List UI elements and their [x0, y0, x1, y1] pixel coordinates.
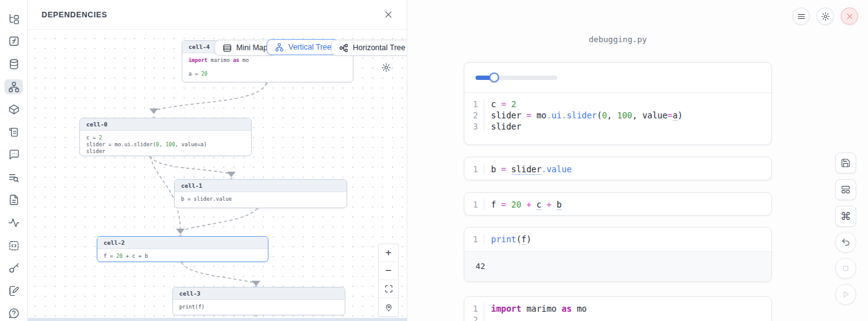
code-editor[interactable]: 1print(f) [464, 227, 771, 251]
fit-view-button[interactable] [379, 280, 398, 298]
vertical-tree-button[interactable]: Vertical Tree [267, 39, 339, 55]
left-sidebar [0, 0, 28, 321]
slider-widget[interactable] [476, 73, 557, 82]
graph-settings-button[interactable] [381, 63, 391, 74]
plus-icon: + [386, 247, 392, 259]
mini-map-icon [223, 43, 232, 53]
vertical-tree-icon [275, 43, 284, 52]
notebook-settings-button[interactable] [817, 7, 834, 25]
fit-view-icon [384, 284, 393, 293]
horizontal-scrollbar[interactable] [28, 318, 407, 321]
graph-node-cell-0[interactable]: cell-0 c = 2 slider = mo.ui.slider(0, 10… [79, 118, 252, 156]
node-code-line: import marimo as mo [188, 57, 347, 64]
node-code-line: b = slider.value [181, 196, 340, 203]
line-number: 1 [464, 164, 484, 175]
graph-canvas[interactable]: cell-4 import marimo as mo a = 20 cell-0… [28, 30, 407, 321]
slider-knob[interactable] [489, 73, 499, 82]
save-icon [841, 158, 851, 168]
code-line: f = 20 + c + b [484, 199, 562, 210]
code-line: slider = mo.ui.slider(0, 100, value=a) [484, 110, 683, 121]
code-line: import marimo as mo [484, 303, 587, 314]
stop-button[interactable] [835, 258, 856, 279]
gear-icon [381, 63, 391, 73]
panel-title: DEPENDENCIES [42, 11, 107, 19]
layout-button[interactable] [835, 179, 856, 200]
line-number: 2 [464, 314, 484, 321]
line-number: 1 [464, 99, 484, 110]
line-number: 1 [464, 234, 484, 245]
dependencies-panel: DEPENDENCIES [28, 0, 407, 321]
code-editor[interactable]: 1b = slider.value [464, 157, 771, 180]
line-number: 3 [464, 121, 484, 132]
code-snippet-icon [8, 240, 20, 252]
node-title: cell-2 [97, 237, 268, 249]
node-title: cell-1 [175, 180, 347, 192]
close-icon [384, 10, 393, 19]
vertical-tree-label: Vertical Tree [288, 43, 331, 51]
notebook-filename: debugging.py [464, 35, 772, 44]
sidebar-item-tracing[interactable] [4, 215, 23, 231]
activity-icon [8, 217, 20, 229]
code-editor[interactable]: 1f = 20 + c + b [464, 193, 771, 216]
graph-node-cell-3[interactable]: cell-3 print(f) [172, 287, 345, 315]
sidebar-item-dependency-graph[interactable] [4, 79, 23, 95]
undo-icon [841, 237, 851, 247]
locate-button[interactable] [379, 298, 398, 316]
notebook-cell: 1import marimo as mo 2 [464, 296, 772, 321]
horizontal-tree-button[interactable]: Horizontal Tree [331, 40, 407, 56]
sidebar-item-chat[interactable] [4, 147, 23, 162]
node-code-line: slider = mo.ui.slider(0, 100, value=a) [86, 141, 245, 148]
sidebar-item-packages[interactable] [4, 102, 23, 117]
node-title: cell-0 [80, 118, 251, 131]
close-panel-button[interactable] [384, 10, 393, 19]
code-line: b = slider.value [484, 164, 572, 175]
run-button[interactable] [835, 284, 856, 305]
notebook-menu-button[interactable] [792, 7, 810, 25]
node-code-line: print(f) [179, 304, 339, 310]
notebook-panel: debugging.py 1c = 2 2slider = mo.ui.slid… [407, 0, 868, 321]
stop-icon [841, 263, 851, 273]
undo-button[interactable] [835, 232, 856, 253]
graph-node-cell-1[interactable]: cell-1 b = slider.value [174, 179, 347, 208]
marimo-app: DEPENDENCIES [0, 0, 868, 321]
line-number: 1 [464, 303, 484, 314]
scratchpad-icon [8, 285, 20, 297]
command-palette-button[interactable]: ⌘ [835, 206, 856, 227]
mini-map-label: Mini Map [236, 43, 268, 52]
node-code-line: a = 20 [188, 71, 347, 77]
code-line: slider [484, 121, 521, 132]
sidebar-item-functions[interactable] [4, 34, 23, 50]
function-icon [8, 35, 20, 47]
graph-node-cell-2[interactable]: cell-2 f = 20 + c + b [97, 236, 268, 262]
console-output: 42 [464, 251, 771, 282]
file-tree-icon [8, 13, 20, 25]
code-editor[interactable]: 1c = 2 2slider = mo.ui.slider(0, 100, va… [464, 93, 771, 138]
code-line [484, 314, 496, 321]
sidebar-item-file-tree[interactable] [4, 11, 23, 27]
zoom-out-button[interactable]: − [379, 262, 398, 280]
notebook-cell: 1f = 20 + c + b [464, 192, 772, 216]
output-value: 42 [476, 262, 485, 271]
notebook-cell: 1print(f) 42 [464, 227, 772, 282]
sidebar-item-documentation[interactable] [4, 125, 23, 140]
save-button[interactable] [835, 152, 856, 174]
sidebar-item-logs[interactable] [4, 170, 23, 185]
sidebar-item-help[interactable] [4, 306, 23, 321]
sidebar-item-files[interactable] [4, 193, 23, 208]
zoom-in-button[interactable]: + [379, 244, 398, 262]
code-line: print(f) [484, 234, 531, 245]
package-icon [8, 103, 20, 115]
shutdown-button[interactable] [841, 7, 858, 25]
node-title: cell-3 [173, 288, 345, 300]
menu-icon [797, 12, 806, 21]
command-icon: ⌘ [841, 210, 851, 222]
node-code-line: slider [86, 148, 245, 155]
code-editor[interactable]: 1import marimo as mo 2 [464, 297, 771, 321]
sidebar-item-scratchpad[interactable] [4, 283, 23, 299]
cell-output-area [464, 63, 771, 92]
play-icon [841, 289, 851, 299]
sidebar-item-datasources[interactable] [4, 56, 23, 72]
sidebar-item-snippets[interactable] [4, 238, 23, 253]
gear-icon [821, 12, 830, 21]
sidebar-item-secrets[interactable] [4, 260, 23, 276]
